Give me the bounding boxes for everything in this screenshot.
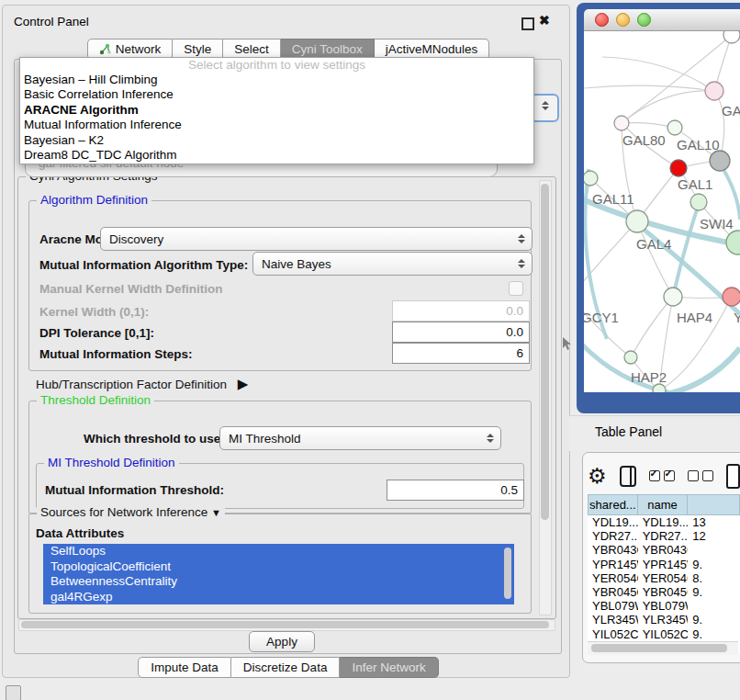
network-node[interactable] bbox=[614, 116, 629, 130]
node-label-gal10: GAL10 bbox=[677, 137, 720, 152]
network-node[interactable] bbox=[624, 351, 637, 364]
table-cell: YIL052C bbox=[638, 627, 689, 641]
hub-definition-expander[interactable]: Hub/Transcription Factor Definition ▶ bbox=[36, 376, 248, 392]
aracne-mode-combobox[interactable]: Discovery bbox=[100, 227, 533, 251]
network-graph: GALGAL80GAL10GAL1GAL11SWI4GAL4GCY1HAP4YH… bbox=[584, 31, 740, 392]
group-legend: Sources for Network Inference ▼ bbox=[37, 505, 225, 519]
expand-arrow-icon: ▶ bbox=[238, 376, 249, 391]
gear-icon[interactable]: ⚙ bbox=[588, 466, 607, 486]
network-edge bbox=[671, 348, 740, 392]
table-cell bbox=[688, 599, 740, 613]
mi-algorithm-type-combobox[interactable]: Naive Bayes bbox=[252, 252, 533, 276]
minimize-window-icon[interactable] bbox=[616, 13, 630, 27]
column-header-partial[interactable] bbox=[688, 494, 740, 515]
network-node[interactable] bbox=[690, 194, 707, 210]
table-cell: YER054C bbox=[588, 571, 638, 585]
stepper-icon bbox=[518, 259, 525, 268]
network-edge bbox=[584, 85, 714, 91]
attribute-item-gal4rgexp[interactable]: gal4RGexp bbox=[43, 590, 514, 605]
table-row[interactable]: YPR145WYPR145W9. bbox=[588, 558, 740, 571]
network-edge bbox=[637, 221, 673, 297]
network-node[interactable] bbox=[667, 120, 682, 135]
table-cell: YLR345W bbox=[638, 613, 689, 627]
mi-threshold-field[interactable]: 0.5 bbox=[387, 480, 524, 501]
table-row[interactable]: YBR045CYBR045C9. bbox=[588, 585, 740, 599]
tab-label: Cyni Toolbox bbox=[292, 42, 363, 56]
network-node[interactable] bbox=[723, 31, 740, 43]
which-threshold-combobox[interactable]: MI Threshold bbox=[219, 426, 501, 450]
split-view-icon[interactable] bbox=[620, 466, 636, 487]
table-row[interactable]: YBR043CYBR043C bbox=[588, 543, 740, 557]
close-window-icon[interactable] bbox=[595, 13, 609, 27]
table-row[interactable]: YIL052CYIL052C9. bbox=[588, 627, 740, 641]
table-row[interactable]: YDR27...YDR27...12 bbox=[588, 529, 740, 543]
manual-kernel-width-checkbox[interactable] bbox=[509, 281, 523, 296]
aracne-mode-value: Discovery bbox=[109, 232, 163, 246]
network-node[interactable] bbox=[723, 288, 740, 306]
table-toolbar: ⚙ bbox=[588, 461, 740, 491]
algorithm-dropdown-list: Select algorithm to view settings Bayesi… bbox=[19, 57, 534, 164]
attribute-item-topologicalcoefficient[interactable]: TopologicalCoefficient bbox=[43, 559, 514, 575]
which-threshold-label: Which threshold to use: bbox=[84, 432, 225, 446]
minimized-panel-icon[interactable] bbox=[6, 685, 21, 700]
page-icon[interactable] bbox=[726, 464, 740, 489]
algorithm-option-aracne-algorithm[interactable]: ARACNE Algorithm bbox=[20, 103, 533, 118]
mi-threshold-label: Mutual Information Threshold: bbox=[45, 483, 224, 497]
network-node[interactable] bbox=[670, 160, 687, 176]
table-row[interactable]: YDL19...YDL19...13 bbox=[588, 515, 740, 529]
tab-label: jActiveMNodules bbox=[386, 42, 478, 56]
table-horizontal-scrollbar-thumb[interactable] bbox=[591, 644, 727, 652]
tab-discretize-data[interactable]: Discretize Data bbox=[231, 657, 341, 678]
close-icon[interactable]: ✖ bbox=[539, 13, 550, 28]
cyni-bottom-tabbar: Impute DataDiscretize DataInfer Network bbox=[5, 657, 572, 678]
table-cell: YPR145W bbox=[588, 558, 638, 571]
mi-algorithm-type-label: Mutual Information Algorithm Type: bbox=[39, 258, 248, 272]
panel-title: Control Panel bbox=[14, 15, 89, 28]
network-node[interactable] bbox=[710, 151, 730, 171]
kernel-width-field[interactable]: 0.0 bbox=[392, 300, 530, 322]
tab-impute-data[interactable]: Impute Data bbox=[138, 657, 231, 678]
table-cell: 9. bbox=[688, 558, 740, 571]
algorithm-option-mutual-information-inference[interactable]: Mutual Information Inference bbox=[20, 118, 533, 132]
node-label-gal4: GAL4 bbox=[636, 236, 671, 252]
list-scrollbar-thumb[interactable] bbox=[504, 548, 511, 599]
network-node[interactable] bbox=[664, 288, 682, 306]
column-header-name[interactable]: name bbox=[638, 494, 689, 515]
network-node[interactable] bbox=[705, 82, 723, 100]
zoom-window-icon[interactable] bbox=[637, 13, 651, 27]
algorithm-option-basic-correlation-inference[interactable]: Basic Correlation Inference bbox=[20, 87, 533, 102]
tab-infer-network[interactable]: Infer Network bbox=[340, 657, 438, 678]
select-all-icon[interactable] bbox=[649, 470, 675, 481]
mi-steps-field[interactable]: 6 bbox=[392, 343, 530, 364]
settings-vertical-scrollbar-thumb[interactable] bbox=[541, 184, 549, 520]
table-row[interactable]: YBL079WYBL079W bbox=[588, 599, 740, 613]
network-node[interactable] bbox=[626, 210, 648, 232]
node-label-gal1: GAL1 bbox=[678, 176, 712, 192]
network-node[interactable] bbox=[584, 171, 598, 186]
float-panel-icon[interactable] bbox=[521, 17, 534, 30]
dpi-tolerance-field[interactable]: 0.0 bbox=[392, 322, 530, 343]
network-canvas[interactable]: GALGAL80GAL10GAL1GAL11SWI4GAL4GCY1HAP4YH… bbox=[584, 31, 740, 392]
attribute-item-betweennesscentrality[interactable]: BetweennessCentrality bbox=[43, 574, 514, 590]
table-row[interactable]: YER054CYER054C8. bbox=[588, 571, 740, 585]
apply-button[interactable]: Apply bbox=[249, 631, 315, 652]
column-header-shared[interactable]: shared... bbox=[588, 494, 638, 515]
settings-horizontal-scrollbar-thumb[interactable] bbox=[21, 621, 549, 628]
algorithm-option-bayesian-hill-climbing[interactable]: Bayesian – Hill Climbing bbox=[20, 73, 533, 87]
dropdown-placeholder: Select algorithm to view settings bbox=[20, 58, 533, 73]
collapse-arrow-icon[interactable]: ▼ bbox=[211, 507, 221, 518]
algorithm-option-dream8-dc-tdc-algorithm[interactable]: Dream8 DC_TDC Algorithm bbox=[20, 148, 533, 163]
table-cell bbox=[688, 543, 740, 557]
network-window-titlebar[interactable] bbox=[584, 9, 740, 31]
network-edge bbox=[622, 123, 675, 128]
table-header-row: shared...name bbox=[588, 494, 740, 515]
network-node[interactable] bbox=[653, 384, 666, 392]
node-label-hap2: HAP2 bbox=[631, 369, 667, 385]
table-row[interactable]: YLR345WYLR345W9. bbox=[588, 613, 740, 627]
node-label-gal80: GAL80 bbox=[622, 132, 666, 148]
algorithm-option-bayesian-k2[interactable]: Bayesian – K2 bbox=[20, 133, 533, 148]
deselect-all-icon[interactable] bbox=[688, 470, 713, 481]
attribute-item-selfloops[interactable]: SelfLoops bbox=[43, 544, 514, 559]
table-cell: YBR045C bbox=[638, 585, 689, 599]
stepper-icon bbox=[487, 434, 494, 443]
